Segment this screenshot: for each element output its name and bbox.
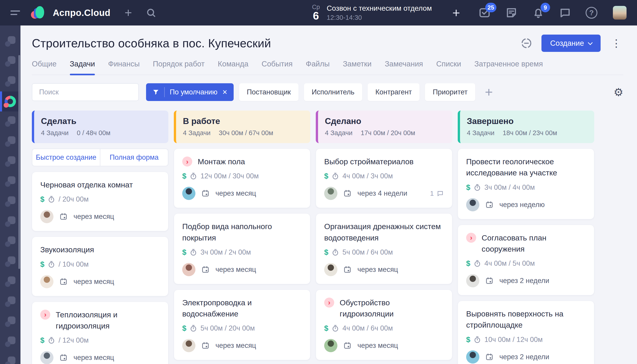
assignee-avatar[interactable] [182, 339, 196, 352]
notes-button[interactable] [505, 6, 518, 19]
app-logo-icon[interactable] [31, 6, 44, 19]
search-icon[interactable] [146, 7, 156, 18]
sidebar-item-9[interactable] [0, 192, 20, 212]
sidebar-item-projects-active[interactable] [0, 92, 20, 112]
assignee-avatar[interactable] [466, 274, 479, 287]
inbox-badge: 25 [485, 3, 496, 12]
filter-chip-ispolnitel[interactable]: Исполнитель [304, 83, 362, 101]
tab-zamechaniya[interactable]: Замечания [385, 60, 423, 74]
tab-obshchie[interactable]: Общие [32, 60, 57, 74]
assignee-avatar[interactable] [182, 187, 196, 200]
stopwatch-icon [48, 196, 55, 203]
assignee-avatar[interactable] [324, 187, 338, 200]
tab-poryadok-rabot[interactable]: Порядок работ [153, 60, 205, 74]
clear-filter-icon[interactable]: × [222, 88, 227, 96]
assignee-avatar[interactable] [466, 350, 479, 364]
assignee-avatar[interactable] [182, 263, 196, 276]
calendar-event-widget[interactable]: Ср 6 Созвон с техническим отделом 12:30-… [312, 4, 432, 22]
filter-chip-prioritet[interactable]: Приоритет [425, 83, 475, 101]
sidebar-item-13[interactable] [0, 272, 20, 292]
chat-button[interactable] [559, 6, 572, 19]
sidebar-item-14[interactable] [0, 292, 20, 312]
sidebar-item-6[interactable] [0, 132, 20, 152]
create-plus-icon[interactable]: + [125, 6, 132, 19]
assignee-avatar[interactable] [40, 275, 54, 288]
task-card[interactable]: › Обустройство гидроизоляции $ 4ч 00м / … [316, 290, 452, 360]
task-card[interactable]: Провести геологическое исследование на у… [458, 148, 594, 219]
assignee-avatar[interactable] [324, 339, 338, 352]
full-form-button[interactable]: Полная форма [100, 149, 168, 166]
column-header-sdelano[interactable]: Сделано 4 Задачи 17ч 00м / 20ч 00м [316, 110, 452, 143]
task-card[interactable]: Подбор вида напольного покрытия $ 3ч 00м… [174, 214, 310, 284]
sidebar-item-17[interactable] [0, 352, 20, 364]
calendar-icon [485, 201, 494, 209]
task-card[interactable]: Звукоизоляция $ / 10ч 00м через меся [32, 236, 168, 296]
help-button[interactable]: ? [586, 7, 598, 19]
notifications-button[interactable]: 9 [532, 6, 545, 19]
tag-icon [5, 156, 16, 167]
kanban-board: Сделать 4 Задачи 0 / 48ч 00м Быстрое соз… [32, 110, 623, 364]
column-header-v-rabote[interactable]: В работе 4 Задачи 30ч 00м / 67ч 00м [174, 110, 310, 143]
stopwatch-icon [190, 324, 197, 332]
search-input[interactable] [32, 83, 139, 101]
assignee-avatar[interactable] [40, 351, 54, 364]
cost-icon: $ [466, 183, 470, 192]
sidebar-item-11[interactable] [0, 232, 20, 252]
board-settings-gear-icon[interactable]: ⚙ [614, 86, 623, 98]
sidebar-item-1[interactable] [0, 32, 20, 52]
task-card[interactable]: Черновая отделка комнат $ / 20ч 00м [32, 172, 168, 231]
add-filter-icon[interactable]: + [485, 85, 493, 99]
tab-spiski[interactable]: Списки [436, 60, 461, 74]
tab-faily[interactable]: Файлы [306, 60, 330, 74]
comment-count[interactable]: 1 [430, 190, 444, 197]
hamburger-menu-icon[interactable] [10, 10, 20, 15]
sidebar-item-5[interactable] [0, 112, 20, 132]
tab-zadachi[interactable]: Задачи [70, 60, 95, 74]
user-avatar[interactable] [613, 6, 626, 20]
stopwatch-icon [48, 336, 55, 344]
stopwatch-icon [474, 184, 481, 191]
copy-link-icon[interactable] [520, 37, 533, 50]
column-title: Сделать [41, 116, 162, 126]
sidebar-item-16[interactable] [0, 332, 20, 352]
stopwatch-icon [48, 260, 55, 268]
inbox-button[interactable]: 25 [478, 6, 491, 19]
task-card[interactable]: Выбор стройматериалов $ 4ч 00м / 3ч 00м [316, 148, 452, 208]
tab-sobytiya[interactable]: События [262, 60, 292, 74]
task-card[interactable]: Выровнять поверхность на стройплощадке $… [458, 301, 594, 364]
quick-create-button[interactable]: Быстрое создание [32, 149, 100, 166]
column-header-sdelat[interactable]: Сделать 4 Задачи 0 / 48ч 00м [32, 110, 168, 143]
app-name[interactable]: Аспро.Cloud [53, 8, 110, 18]
column-header-zaversheno[interactable]: Завершено 4 Задачи 18ч 00м / 23ч 00м [458, 110, 594, 143]
tab-komanda[interactable]: Команда [218, 60, 248, 74]
more-menu-icon[interactable]: ⋮ [609, 37, 623, 49]
task-card[interactable]: › Согласовать план сооружения $ 4ч 00м /… [458, 225, 594, 296]
chat-icon [559, 6, 572, 19]
assignee-avatar[interactable] [466, 198, 479, 211]
sidebar-item-8[interactable] [0, 172, 20, 192]
create-button[interactable]: Создание [542, 34, 600, 52]
task-card[interactable]: › Теплоизоляция и гидроизоляция $ / 12ч … [32, 302, 168, 364]
filter-chip-kontragent[interactable]: Контрагент [368, 83, 420, 101]
assignee-avatar[interactable] [324, 263, 338, 276]
sidebar-item-12[interactable] [0, 252, 20, 272]
sidebar-item-7[interactable] [0, 152, 20, 172]
task-card[interactable]: › Монтаж пола $ 12ч 00м / 30ч 00м [174, 148, 310, 208]
sidebar-item-15[interactable] [0, 312, 20, 332]
sidebar-item-10[interactable] [0, 212, 20, 232]
task-card[interactable]: Организация дренажных систем водоотведен… [316, 214, 452, 284]
add-event-icon[interactable]: + [452, 6, 460, 19]
filter-default-chip[interactable]: По умолчанию × [146, 83, 234, 101]
task-card[interactable]: Электропроводка и водоснабжение $ 5ч 00м… [174, 290, 310, 360]
column-task-count: 4 Задачи [183, 129, 211, 137]
tab-zametki[interactable]: Заметки [343, 60, 372, 74]
sidebar-item-3[interactable] [0, 72, 20, 92]
chevron-down-icon [588, 40, 593, 45]
filter-chip-postanovshchik[interactable]: Постановщик [239, 83, 298, 101]
sidebar-scrollbar[interactable] [18, 55, 20, 269]
task-title: Выбор стройматериалов [324, 156, 414, 167]
assignee-avatar[interactable] [40, 210, 54, 223]
tab-zatrachennoe-vremya[interactable]: Затраченное время [474, 60, 543, 74]
tab-finansy[interactable]: Финансы [108, 60, 140, 74]
sidebar-item-2[interactable] [0, 52, 20, 72]
